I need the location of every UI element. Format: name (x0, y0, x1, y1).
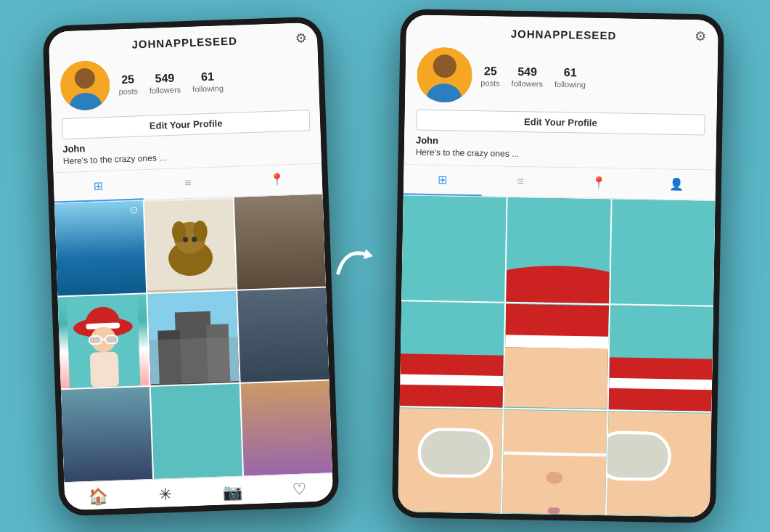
svg-rect-47 (607, 432, 670, 480)
svg-rect-32 (399, 374, 504, 386)
right-tab-list[interactable]: ≡ (481, 166, 560, 197)
right-tab-grid[interactable]: ⊞ (403, 165, 481, 196)
left-screen: JOHNAPPLESEED ⚙ (48, 22, 333, 510)
right-screen: JOHNAPPLESEED ⚙ (398, 15, 718, 517)
grid-cell-7 (60, 387, 152, 482)
right-view-tabs: ⊞ ≡ 📍 👤 (403, 165, 716, 200)
right-header-top: JOHNAPPLESEED ⚙ (417, 24, 706, 45)
right-stat-posts: 25 posts (480, 65, 500, 88)
right-avatar (416, 47, 472, 103)
right-grid-cell-7 (398, 407, 502, 513)
transition-arrow (331, 240, 382, 292)
left-posts-label: posts (118, 86, 138, 96)
right-grid-cell-1 (401, 195, 506, 301)
left-tab-grid[interactable]: ⊞ (53, 170, 144, 202)
left-tab-list[interactable]: ≡ (142, 166, 233, 199)
right-grid-cell-9 (607, 411, 711, 517)
right-tab-location[interactable]: 📍 (559, 168, 637, 199)
svg-marker-24 (364, 249, 373, 259)
right-posts-label: posts (480, 78, 500, 87)
svg-rect-23 (149, 336, 239, 383)
left-photo-grid (54, 194, 332, 482)
right-followers-number: 549 (517, 65, 537, 79)
right-photo-grid (398, 195, 716, 517)
right-tab-person[interactable]: 👤 (637, 169, 716, 200)
svg-rect-16 (105, 335, 118, 343)
left-nav-camera[interactable]: 📷 (198, 481, 266, 502)
left-header-top: JOHNAPPLESEED ⚙ (58, 30, 307, 54)
left-stat-following: 61 following (192, 69, 224, 93)
left-tab-location[interactable]: 📍 (232, 163, 322, 196)
right-gear-icon[interactable]: ⚙ (695, 28, 706, 44)
svg-rect-35 (504, 347, 607, 409)
grid-cell-2 (144, 197, 235, 292)
svg-rect-18 (89, 351, 119, 388)
svg-rect-45 (547, 507, 560, 514)
right-followers-label: followers (511, 78, 543, 88)
right-grid-cell-5 (504, 303, 608, 409)
left-phone: JOHNAPPLESEED ⚙ (42, 16, 339, 516)
right-profile-info: 25 posts 549 followers 61 following (416, 47, 705, 107)
left-nav-heart[interactable]: ♡ (265, 479, 332, 500)
right-posts-number: 25 (483, 65, 496, 78)
grid-cell-1 (54, 200, 145, 295)
right-following-label: following (554, 79, 585, 89)
right-profile-header: JOHNAPPLESEED ⚙ (404, 15, 718, 170)
right-grid-cell-4 (399, 301, 504, 407)
grid-cell-6 (237, 287, 329, 382)
left-following-label: following (192, 83, 223, 92)
left-username: JOHNAPPLESEED (73, 32, 295, 52)
left-nav-home[interactable]: 🏠 (64, 486, 131, 507)
right-following-number: 61 (563, 66, 576, 80)
svg-rect-38 (608, 377, 713, 390)
grid-cell-9 (240, 380, 332, 475)
right-username: JOHNAPPLESEED (432, 25, 695, 42)
left-posts-number: 25 (120, 72, 134, 86)
grid-cell-3 (234, 194, 325, 289)
grid-cell-4 (57, 293, 149, 388)
svg-rect-34 (504, 335, 608, 349)
right-grid-cell-2 (506, 197, 610, 303)
right-stats: 25 posts 549 followers 61 following (480, 65, 705, 91)
right-edit-profile-button[interactable]: Edit Your Profile (416, 110, 705, 136)
svg-point-29 (506, 264, 610, 303)
left-stats: 25 posts 549 followers 61 following (118, 66, 308, 95)
right-stat-followers: 549 followers (511, 65, 543, 88)
left-gear-icon[interactable]: ⚙ (295, 30, 307, 46)
left-avatar (60, 60, 110, 110)
left-profile-header: JOHNAPPLESEED ⚙ (48, 22, 321, 173)
left-edit-profile-button[interactable]: Edit Your Profile (61, 110, 310, 139)
right-phone: JOHNAPPLESEED ⚙ (391, 9, 724, 523)
svg-rect-15 (89, 335, 101, 343)
left-profile-info: 25 posts 549 followers 61 following (60, 53, 309, 111)
svg-line-42 (503, 453, 606, 454)
left-nav-explore[interactable]: ✳ (131, 483, 199, 504)
left-followers-label: followers (149, 84, 181, 94)
right-stat-following: 61 following (554, 65, 585, 89)
grid-cell-5 (147, 290, 239, 385)
right-grid-cell-3 (610, 199, 715, 305)
left-following-number: 61 (200, 70, 213, 84)
right-grid-cell-8 (502, 409, 607, 515)
svg-rect-40 (419, 429, 492, 477)
left-stat-followers: 549 followers (148, 70, 180, 94)
scene: JOHNAPPLESEED ⚙ (0, 0, 770, 532)
right-grid-cell-6 (608, 305, 713, 411)
left-followers-number: 549 (155, 71, 174, 86)
left-stat-posts: 25 posts (118, 72, 137, 95)
grid-cell-8 (150, 384, 242, 479)
